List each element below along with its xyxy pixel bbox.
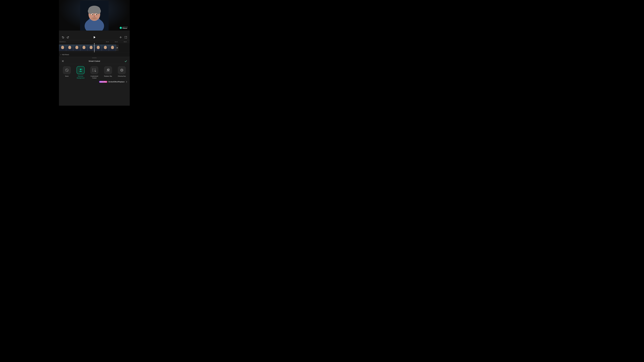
timeline-area bbox=[59, 43, 130, 52]
filmora-watermark: Wondershare Filmora bbox=[119, 26, 129, 29]
svg-point-29 bbox=[82, 69, 82, 69]
option-remove-bg-icon-wrap bbox=[76, 66, 84, 74]
option-customized-cutout[interactable]: CustomizedCutout bbox=[89, 66, 100, 79]
track-thumb-6 bbox=[94, 44, 102, 51]
track-thumb-5 bbox=[88, 44, 94, 51]
option-cutout-label: CustomizedCutout bbox=[90, 75, 98, 79]
option-sky-icon-wrap bbox=[104, 66, 112, 74]
filmora-logo-icon bbox=[120, 27, 122, 29]
marker-00-40: 00:40 bbox=[106, 41, 109, 42]
option-chroma-key[interactable]: Chroma Key bbox=[116, 66, 127, 77]
cutout-plus-badge: Cutout Plus bbox=[99, 81, 107, 83]
svg-marker-15 bbox=[94, 36, 96, 38]
sheet-header: Smart Cutout bbox=[59, 58, 130, 64]
svg-point-13 bbox=[91, 17, 98, 20]
option-chroma-icon-wrap bbox=[118, 66, 126, 74]
music-note-icon: ♪ bbox=[60, 54, 61, 55]
sheet-title: Smart Cutout bbox=[89, 60, 100, 62]
option-remove-background[interactable]: RemoveBackground bbox=[76, 66, 86, 79]
option-none-label: None bbox=[65, 75, 68, 77]
play-button[interactable] bbox=[92, 35, 96, 39]
cutout-options-row: None Remo bbox=[59, 64, 130, 80]
option-remove-bg-label: RemoveBackground bbox=[77, 75, 84, 79]
transport-controls bbox=[59, 34, 130, 40]
sheet-confirm-button[interactable] bbox=[124, 59, 128, 63]
track-thumb-4 bbox=[80, 44, 88, 51]
svg-point-10 bbox=[92, 14, 93, 15]
svg-point-27 bbox=[82, 69, 82, 69]
filmora-text: Wondershare Filmora bbox=[122, 26, 128, 29]
svg-point-42 bbox=[121, 69, 122, 71]
svg-point-6 bbox=[88, 8, 93, 14]
svg-point-33 bbox=[92, 71, 93, 71]
transport-right bbox=[119, 35, 128, 39]
spacer bbox=[59, 30, 130, 34]
svg-point-7 bbox=[96, 8, 101, 14]
svg-point-28 bbox=[82, 69, 82, 70]
timeline-ruler: 00:41/01:22 00:40 00:42 00:44 bbox=[59, 40, 130, 43]
track-thumb-8 bbox=[109, 44, 116, 51]
stroke-effect-label[interactable]: Stroke/Effect/Replace bbox=[108, 81, 125, 83]
transport-center bbox=[92, 35, 96, 39]
option-cutout-icon-wrap bbox=[90, 66, 98, 74]
svg-point-11 bbox=[96, 14, 97, 15]
track-more-button[interactable] bbox=[116, 44, 118, 51]
svg-line-25 bbox=[66, 69, 68, 71]
option-sky-label: Replace Sky bbox=[104, 75, 112, 77]
timecode-display: 00:41/01:22 bbox=[60, 41, 66, 42]
bottom-action-row: Cutout Plus Stroke/Effect/Replace bbox=[59, 80, 130, 84]
fullscreen-button[interactable] bbox=[124, 35, 128, 39]
svg-point-31 bbox=[92, 69, 93, 69]
option-none-icon-wrap bbox=[63, 66, 71, 74]
option-chroma-label: Chroma Key bbox=[118, 75, 126, 77]
svg-point-26 bbox=[80, 69, 81, 70]
side-blur-left bbox=[0, 0, 48, 106]
track-thumb-3 bbox=[73, 44, 80, 51]
video-frame: Wondershare Filmora bbox=[59, 0, 130, 30]
keyframe-button[interactable] bbox=[119, 35, 122, 39]
svg-marker-14 bbox=[120, 27, 121, 28]
undo-button[interactable] bbox=[61, 35, 65, 39]
svg-line-47 bbox=[121, 69, 121, 69]
playhead bbox=[94, 43, 94, 52]
svg-point-32 bbox=[95, 69, 96, 69]
svg-rect-16 bbox=[120, 37, 121, 38]
svg-line-50 bbox=[121, 71, 121, 71]
chevron-right-icon bbox=[126, 81, 128, 83]
option-none[interactable]: None bbox=[62, 66, 72, 77]
redo-button[interactable] bbox=[66, 35, 70, 39]
smart-cutout-sheet: Smart Cutout None bbox=[59, 57, 130, 106]
marker-00-42: 00:42 bbox=[115, 41, 118, 42]
svg-line-48 bbox=[122, 71, 123, 71]
transport-left bbox=[61, 35, 70, 39]
svg-line-49 bbox=[122, 69, 123, 69]
option-replace-sky[interactable]: Replace Sky bbox=[103, 66, 113, 77]
center-panel: Wondershare Filmora bbox=[59, 0, 130, 106]
track-thumb-7 bbox=[102, 44, 109, 51]
add-music-row[interactable]: ♪ Add Music bbox=[59, 52, 130, 57]
video-preview: Wondershare Filmora bbox=[59, 0, 130, 30]
sheet-close-button[interactable] bbox=[61, 59, 65, 63]
track-thumb-2 bbox=[66, 44, 73, 51]
svg-point-34 bbox=[95, 71, 96, 71]
svg-point-12 bbox=[94, 15, 95, 17]
marker-00-44: 00:44 bbox=[124, 41, 126, 42]
side-blur-right bbox=[141, 0, 189, 106]
add-music-label: Add Music bbox=[62, 54, 69, 55]
track-thumb-1 bbox=[59, 44, 66, 51]
svg-marker-21 bbox=[117, 47, 118, 49]
person-figure bbox=[80, 1, 108, 30]
app-container: Wondershare Filmora bbox=[0, 0, 189, 106]
